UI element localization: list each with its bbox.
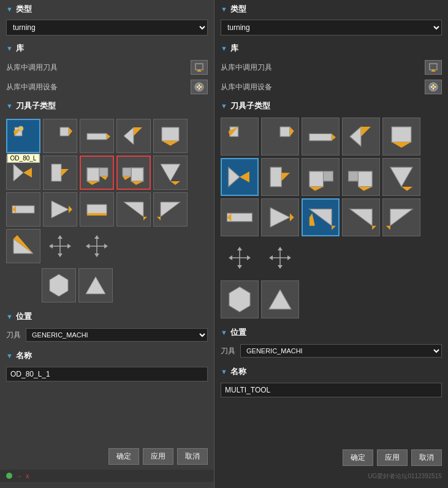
rtool-cell-14[interactable] xyxy=(342,198,380,236)
svg-marker-39 xyxy=(157,217,161,220)
rtool-triangle[interactable] xyxy=(261,280,299,318)
svg-marker-55 xyxy=(86,277,105,294)
svg-marker-66 xyxy=(332,133,336,140)
right-cancel-button[interactable]: 取消 xyxy=(411,449,442,466)
left-lib-tool-btn[interactable] xyxy=(191,60,208,75)
tool-cell-hex[interactable] xyxy=(42,268,76,302)
svg-rect-18 xyxy=(51,164,61,181)
svg-marker-77 xyxy=(309,187,324,191)
rtool-cell-11[interactable] xyxy=(221,198,259,236)
svg-marker-52 xyxy=(86,244,89,249)
rtool-cell-6[interactable] xyxy=(221,158,259,196)
left-lib-label: 库 xyxy=(16,43,24,54)
tool-cell-13[interactable] xyxy=(80,192,114,227)
svg-marker-71 xyxy=(229,167,240,187)
tool-cell-1[interactable]: OD_80_L xyxy=(6,119,40,153)
svg-marker-76 xyxy=(324,171,333,181)
left-lib-device-btn[interactable] xyxy=(191,80,208,94)
right-lib-tool-btn[interactable] xyxy=(425,60,442,75)
left-type-select[interactable]: turning xyxy=(6,20,208,36)
rtool-cell-10[interactable] xyxy=(382,158,420,196)
tool-cell-8[interactable] xyxy=(80,156,114,190)
right-lib-tool-row: 从库中调用刀具 xyxy=(215,58,448,77)
tool-cell-9[interactable] xyxy=(116,156,151,190)
tool-cell-move2[interactable] xyxy=(80,229,114,263)
svg-marker-34 xyxy=(87,205,107,214)
svg-marker-105 xyxy=(287,255,291,260)
svg-rect-57 xyxy=(430,64,436,69)
right-type-select[interactable]: turning xyxy=(221,20,442,36)
svg-marker-45 xyxy=(58,253,63,257)
rtool-cell-3[interactable] xyxy=(302,118,340,156)
svg-marker-107 xyxy=(269,290,291,309)
svg-marker-54 xyxy=(50,274,68,296)
left-position-row: 刀具 GENERIC_MACHI xyxy=(0,326,214,344)
svg-rect-73 xyxy=(270,167,281,187)
x-label: x xyxy=(26,472,29,479)
svg-marker-29 xyxy=(170,181,180,185)
rtool-cell-4[interactable] xyxy=(342,118,380,156)
svg-marker-98 xyxy=(229,255,232,260)
tool-cell-move1[interactable] xyxy=(43,229,77,263)
left-ok-button[interactable]: 确定 xyxy=(108,448,139,465)
svg-marker-85 xyxy=(270,208,290,227)
rtool-cell-9[interactable] xyxy=(342,158,380,196)
svg-marker-96 xyxy=(237,247,242,250)
rtool-cell-15[interactable] xyxy=(382,198,420,236)
right-ok-button[interactable]: 确定 xyxy=(343,449,373,466)
left-subtype-arrow: ▼ xyxy=(6,102,13,110)
tool-cell-5[interactable] xyxy=(153,119,188,153)
tool-cell-14[interactable] xyxy=(116,192,151,227)
tool-cell-16[interactable] xyxy=(6,229,40,263)
rtool-cell-5[interactable] xyxy=(382,118,420,156)
tool-cell-12[interactable] xyxy=(43,192,77,227)
rtool-cell-2[interactable] xyxy=(261,118,299,156)
rtool-cell-1[interactable] xyxy=(221,118,259,156)
svg-marker-72 xyxy=(240,171,249,182)
svg-rect-10 xyxy=(87,133,107,140)
tool-cell-triangle[interactable] xyxy=(78,268,113,302)
svg-marker-24 xyxy=(131,168,143,181)
tool-cell-2[interactable] xyxy=(43,119,77,153)
svg-marker-37 xyxy=(143,217,147,220)
left-name-header: ▼ 名称 xyxy=(0,347,214,365)
rtool-cell-12[interactable] xyxy=(261,198,299,236)
left-cancel-button[interactable]: 取消 xyxy=(177,448,208,465)
rtool-move1[interactable] xyxy=(221,239,259,277)
left-type-label: 类型 xyxy=(16,4,32,15)
left-lib-tool-label: 从库中调用刀具 xyxy=(6,62,58,73)
svg-marker-13 xyxy=(134,127,142,136)
svg-marker-53 xyxy=(104,244,108,249)
rtool-cell-13[interactable] xyxy=(302,198,340,236)
right-subtype-arrow: ▼ xyxy=(221,102,227,110)
svg-rect-65 xyxy=(309,133,332,140)
left-library-header: ▼ 库 xyxy=(0,39,214,58)
tool-cell-4[interactable] xyxy=(116,119,151,153)
left-position-select[interactable]: GENERIC_MACHI xyxy=(26,328,208,342)
rtool-cell-8[interactable] xyxy=(302,158,340,196)
left-lib-device-label: 从库中调用设备 xyxy=(6,82,58,92)
svg-marker-15 xyxy=(162,141,179,146)
svg-marker-67 xyxy=(350,127,361,146)
right-lib-device-btn[interactable] xyxy=(425,80,442,94)
tool-cell-15[interactable] xyxy=(153,192,188,227)
tool-cell-10[interactable] xyxy=(153,156,188,190)
svg-point-4 xyxy=(198,86,200,88)
right-apply-button[interactable]: 应用 xyxy=(377,449,408,466)
right-position-select[interactable]: GENERIC_MACHI xyxy=(240,344,442,358)
tool-cell-11[interactable] xyxy=(6,192,40,227)
left-apply-button[interactable]: 应用 xyxy=(143,448,173,465)
svg-marker-99 xyxy=(247,255,251,260)
svg-marker-9 xyxy=(69,127,72,136)
left-name-input[interactable] xyxy=(6,367,208,381)
svg-marker-82 xyxy=(401,187,412,191)
tool-cell-7[interactable] xyxy=(43,156,77,190)
rtool-move2[interactable] xyxy=(261,239,299,277)
right-name-input[interactable] xyxy=(221,383,442,397)
svg-marker-28 xyxy=(161,164,180,181)
tool-cell-3[interactable] xyxy=(80,119,114,153)
rtool-hex[interactable] xyxy=(221,280,259,318)
left-name-label: 名称 xyxy=(16,350,32,361)
rtool-cell-7[interactable] xyxy=(261,158,299,196)
left-subtype-grid: OD_80_L xyxy=(0,115,214,267)
